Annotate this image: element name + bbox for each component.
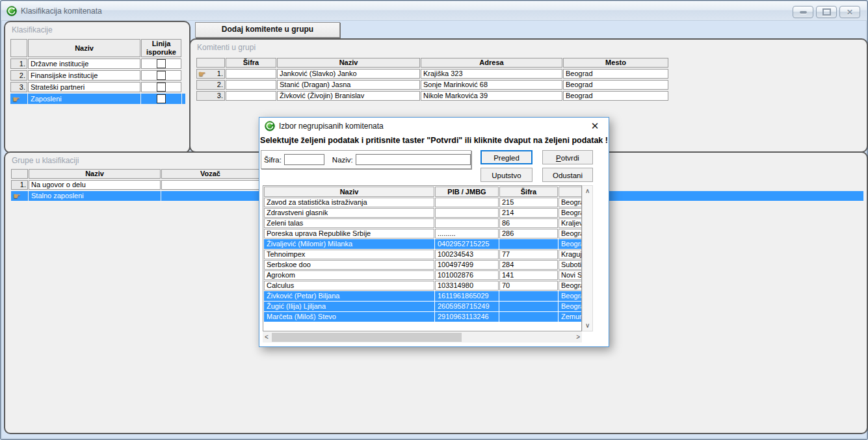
scroll-right-icon[interactable]: > <box>576 334 580 341</box>
cell-pib-jmbg[interactable]: 0402952715225 <box>435 239 499 249</box>
cell-pib-jmbg[interactable]: 2605958715249 <box>435 302 499 311</box>
cell-sifra[interactable] <box>499 291 558 301</box>
cell-naziv[interactable]: Živković (Živojin) Branislav <box>277 91 420 101</box>
cell-naziv[interactable]: Zdravstveni glasnik <box>264 208 434 218</box>
cell-mesto[interactable]: Beograd <box>559 208 582 218</box>
checkbox[interactable] <box>157 83 166 92</box>
table-row[interactable]: Poreska uprava Republike Srbije.........… <box>264 229 582 239</box>
vertical-scrollbar[interactable]: ∧ ∨ <box>582 185 593 331</box>
table-row[interactable]: 3.Strateški partneri <box>10 82 185 92</box>
cell-mesto[interactable]: Kraljevo <box>559 218 582 228</box>
odustani-button[interactable]: Odustani <box>542 168 593 182</box>
cell-naziv[interactable]: Finansijske institucije <box>28 70 140 81</box>
dialog-close-button[interactable]: ✕ <box>581 118 609 134</box>
checkbox[interactable] <box>157 71 166 80</box>
potvrdi-button[interactable]: Potvrdi <box>542 150 593 164</box>
cell-sifra[interactable]: 215 <box>499 198 558 207</box>
cell-pib-jmbg[interactable]: 100234543 <box>435 250 499 259</box>
cell-vozac[interactable] <box>161 191 259 201</box>
cell-sifra[interactable] <box>499 302 558 311</box>
cell-naziv[interactable]: Žugić (Ilija) Ljiljana <box>264 302 434 311</box>
cell-mesto[interactable]: Beograd <box>559 302 582 311</box>
cell-sifra[interactable]: 286 <box>499 229 558 239</box>
cell-pib-jmbg[interactable] <box>435 198 499 207</box>
close-button[interactable]: ✕ <box>839 6 860 18</box>
cell-mesto[interactable]: Beograd <box>563 69 668 79</box>
cell-mesto[interactable]: Beograd <box>559 291 582 301</box>
table-row[interactable]: Žugić (Ilija) Ljiljana2605958715249Beogr… <box>264 302 582 311</box>
cell-mesto[interactable]: Beograd <box>563 80 668 90</box>
cell-pib-jmbg[interactable]: 103314980 <box>435 281 499 291</box>
horizontal-scrollbar[interactable]: < > <box>263 332 582 343</box>
cell-naziv[interactable]: Živaljević (Milomir) Milanka <box>264 239 434 249</box>
pregled-button[interactable]: Pregled <box>480 150 533 164</box>
table-row[interactable]: Živaljević (Milomir) Milanka040295271522… <box>264 239 582 249</box>
cell-naziv[interactable]: Calculus <box>264 281 434 291</box>
cell-naziv[interactable]: Zaposleni <box>28 94 140 104</box>
table-row[interactable]: 1.Državne institucije <box>10 58 185 69</box>
cell-naziv[interactable]: Stanić (Dragan) Jasna <box>277 80 420 90</box>
table-row[interactable]: ☛1.Janković (Slavko) JankoKrajiška 323Be… <box>196 69 669 79</box>
cell-mesto[interactable]: Beograd <box>563 91 668 101</box>
cell-naziv[interactable]: Na ugovor o delu <box>29 180 161 190</box>
cell-sifra[interactable]: 77 <box>499 250 558 259</box>
cell-mesto[interactable]: Beograd <box>559 281 582 291</box>
table-row[interactable]: Zavod za statistička istraživanja215Beog… <box>264 198 582 207</box>
cell-vozac[interactable] <box>161 180 259 190</box>
cell-naziv[interactable]: Stalno zaposleni <box>29 191 161 201</box>
cell-sifra[interactable] <box>226 91 276 101</box>
cell-naziv[interactable]: Zeleni talas <box>264 218 434 228</box>
cell-pib-jmbg[interactable]: 101002876 <box>435 270 499 280</box>
cell-pib-jmbg[interactable]: ......... <box>435 229 499 239</box>
sifra-input[interactable] <box>284 154 324 165</box>
scroll-left-icon[interactable]: < <box>265 334 269 341</box>
cell-mesto[interactable]: Novi Sad <box>559 270 582 280</box>
naziv-input[interactable] <box>356 154 471 165</box>
cell-naziv[interactable]: Tehnoimpex <box>264 250 434 259</box>
cell-sifra[interactable]: 86 <box>499 218 558 228</box>
scrollbar-thumb[interactable] <box>272 333 462 342</box>
cell-sifra[interactable]: 214 <box>499 208 558 218</box>
cell-mesto[interactable]: Beograd <box>559 239 582 249</box>
cell-naziv[interactable]: Janković (Slavko) Janko <box>277 69 420 79</box>
table-row[interactable]: Calculus10331498070Beograd <box>264 281 582 291</box>
cell-naziv[interactable]: Serbskoe doo <box>264 260 434 270</box>
checkbox[interactable] <box>157 94 166 103</box>
cell-mesto[interactable]: Zemun <box>559 312 582 322</box>
table-row[interactable]: 3.Živković (Živojin) BranislavNikole Mar… <box>196 91 669 101</box>
table-row[interactable]: Marčeta (Miloš) Stevo2910963113246Zemun <box>264 312 582 322</box>
table-row[interactable]: Serbskoe doo100497499284Subotica <box>264 260 582 270</box>
cell-naziv[interactable]: Poreska uprava Republike Srbije <box>264 229 434 239</box>
cell-sifra[interactable] <box>226 80 276 90</box>
cell-pib-jmbg[interactable] <box>435 208 499 218</box>
add-to-group-button[interactable]: Dodaj komitente u grupu <box>195 22 340 38</box>
cell-pib-jmbg[interactable]: 1611961865029 <box>435 291 499 301</box>
cell-pib-jmbg[interactable] <box>435 218 499 228</box>
cell-linija-isporuke[interactable] <box>141 94 181 104</box>
scroll-down-icon[interactable]: ∨ <box>585 322 590 329</box>
minimize-button[interactable] <box>793 6 813 18</box>
table-row[interactable]: ☛Zaposleni <box>10 94 185 104</box>
maximize-button[interactable] <box>816 6 837 18</box>
cell-mesto[interactable]: Kragujevac <box>559 250 582 259</box>
checkbox[interactable] <box>157 59 166 68</box>
table-row[interactable]: Zeleni talas86Kraljevo <box>264 218 582 228</box>
cell-mesto[interactable]: Beograd <box>559 229 582 239</box>
cell-linija-isporuke[interactable] <box>141 70 181 81</box>
cell-naziv[interactable]: Strateški partneri <box>28 82 140 92</box>
cell-mesto[interactable]: Subotica <box>559 260 582 270</box>
cell-mesto[interactable]: Beograd <box>559 198 582 207</box>
cell-sifra[interactable] <box>499 239 558 249</box>
cell-naziv[interactable]: Agrokom <box>264 270 434 280</box>
cell-pib-jmbg[interactable]: 100497499 <box>435 260 499 270</box>
cell-naziv[interactable]: Marčeta (Miloš) Stevo <box>264 312 434 322</box>
cell-pib-jmbg[interactable]: 2910963113246 <box>435 312 499 322</box>
cell-adresa[interactable]: Krajiška 323 <box>421 69 562 79</box>
cell-sifra[interactable] <box>499 312 558 322</box>
cell-adresa[interactable]: Sonje Marinković 68 <box>421 80 562 90</box>
cell-naziv[interactable]: Državne institucije <box>28 58 140 69</box>
cell-linija-isporuke[interactable] <box>141 82 181 92</box>
uputstvo-button[interactable]: Uputstvo <box>480 168 533 182</box>
cell-sifra[interactable]: 70 <box>499 281 558 291</box>
cell-linija-isporuke[interactable] <box>141 58 181 69</box>
